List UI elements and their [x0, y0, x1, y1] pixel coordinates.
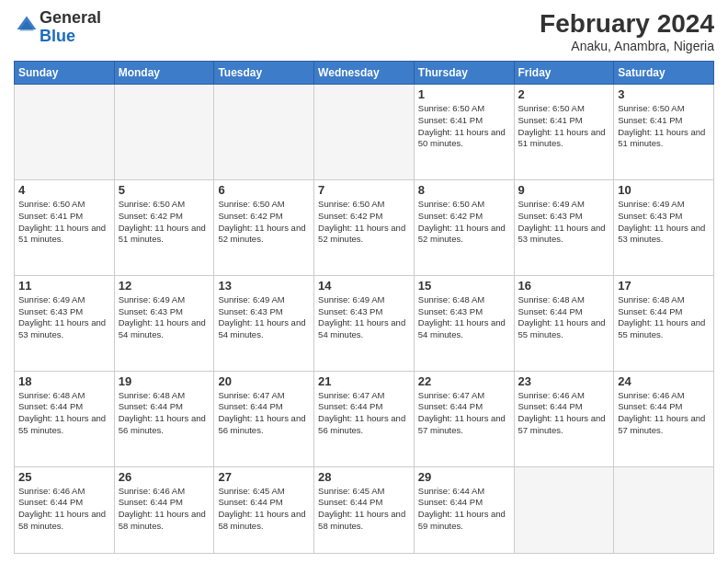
calendar-week-row: 4Sunrise: 6:50 AM Sunset: 6:41 PM Daylig…	[15, 179, 714, 275]
calendar-cell: 23Sunrise: 6:46 AM Sunset: 6:44 PM Dayli…	[514, 371, 614, 466]
day-info: Sunrise: 6:49 AM Sunset: 6:43 PM Dayligh…	[119, 294, 210, 341]
day-info: Sunrise: 6:48 AM Sunset: 6:44 PM Dayligh…	[18, 390, 110, 437]
day-info: Sunrise: 6:47 AM Sunset: 6:44 PM Dayligh…	[218, 390, 310, 437]
calendar-cell: 26Sunrise: 6:46 AM Sunset: 6:44 PM Dayli…	[114, 466, 214, 554]
day-number: 19	[119, 374, 210, 388]
calendar-cell: 14Sunrise: 6:49 AM Sunset: 6:43 PM Dayli…	[314, 275, 415, 371]
day-info: Sunrise: 6:46 AM Sunset: 6:44 PM Dayligh…	[518, 390, 610, 437]
day-number: 10	[618, 183, 710, 197]
day-number: 14	[318, 279, 410, 293]
day-number: 24	[618, 374, 710, 388]
day-info: Sunrise: 6:44 AM Sunset: 6:44 PM Dayligh…	[418, 486, 510, 533]
calendar-cell	[614, 466, 714, 554]
logo-icon	[16, 15, 38, 37]
logo-general-text: General	[40, 8, 101, 27]
calendar-cell: 20Sunrise: 6:47 AM Sunset: 6:44 PM Dayli…	[214, 371, 314, 466]
calendar-cell: 8Sunrise: 6:50 AM Sunset: 6:42 PM Daylig…	[414, 179, 514, 275]
calendar-header-monday: Monday	[114, 62, 214, 85]
day-info: Sunrise: 6:50 AM Sunset: 6:42 PM Dayligh…	[119, 199, 210, 246]
day-info: Sunrise: 6:48 AM Sunset: 6:44 PM Dayligh…	[618, 294, 710, 341]
calendar-cell: 18Sunrise: 6:48 AM Sunset: 6:44 PM Dayli…	[15, 371, 115, 466]
calendar-cell	[314, 85, 415, 180]
calendar-cell: 12Sunrise: 6:49 AM Sunset: 6:43 PM Dayli…	[114, 275, 214, 371]
calendar-cell	[214, 85, 314, 180]
calendar-cell: 16Sunrise: 6:48 AM Sunset: 6:44 PM Dayli…	[514, 275, 614, 371]
day-info: Sunrise: 6:47 AM Sunset: 6:44 PM Dayligh…	[318, 390, 410, 437]
logo: General Blue	[14, 9, 101, 46]
calendar-cell: 13Sunrise: 6:49 AM Sunset: 6:43 PM Dayli…	[214, 275, 314, 371]
day-info: Sunrise: 6:49 AM Sunset: 6:43 PM Dayligh…	[518, 199, 610, 246]
calendar-week-row: 25Sunrise: 6:46 AM Sunset: 6:44 PM Dayli…	[15, 466, 714, 554]
calendar-cell	[114, 85, 214, 180]
day-number: 27	[218, 470, 310, 484]
calendar-cell: 27Sunrise: 6:45 AM Sunset: 6:44 PM Dayli…	[214, 466, 314, 554]
location: Anaku, Anambra, Nigeria	[540, 39, 714, 53]
calendar-header-sunday: Sunday	[15, 62, 115, 85]
day-number: 20	[218, 374, 310, 388]
day-info: Sunrise: 6:50 AM Sunset: 6:42 PM Dayligh…	[318, 199, 410, 246]
calendar-cell: 17Sunrise: 6:48 AM Sunset: 6:44 PM Dayli…	[614, 275, 714, 371]
calendar-header-row: SundayMondayTuesdayWednesdayThursdayFrid…	[15, 62, 714, 85]
day-number: 22	[418, 374, 510, 388]
calendar-cell: 24Sunrise: 6:46 AM Sunset: 6:44 PM Dayli…	[614, 371, 714, 466]
calendar-header-friday: Friday	[514, 62, 614, 85]
month-year: February 2024	[540, 9, 714, 39]
calendar-cell: 15Sunrise: 6:48 AM Sunset: 6:43 PM Dayli…	[414, 275, 514, 371]
calendar-cell: 7Sunrise: 6:50 AM Sunset: 6:42 PM Daylig…	[314, 179, 415, 275]
page: General Blue February 2024 Anaku, Anambr…	[0, 0, 728, 563]
day-info: Sunrise: 6:50 AM Sunset: 6:42 PM Dayligh…	[418, 199, 510, 246]
day-number: 12	[119, 279, 210, 293]
calendar-cell: 29Sunrise: 6:44 AM Sunset: 6:44 PM Dayli…	[414, 466, 514, 554]
calendar-cell: 3Sunrise: 6:50 AM Sunset: 6:41 PM Daylig…	[614, 85, 714, 180]
day-number: 26	[119, 470, 210, 484]
day-number: 29	[418, 470, 510, 484]
day-info: Sunrise: 6:45 AM Sunset: 6:44 PM Dayligh…	[218, 486, 310, 533]
day-number: 11	[18, 279, 110, 293]
day-info: Sunrise: 6:49 AM Sunset: 6:43 PM Dayligh…	[618, 199, 710, 246]
day-number: 1	[418, 87, 510, 101]
day-info: Sunrise: 6:50 AM Sunset: 6:41 PM Dayligh…	[18, 199, 110, 246]
day-number: 18	[18, 374, 110, 388]
calendar-header-wednesday: Wednesday	[314, 62, 415, 85]
calendar-cell: 28Sunrise: 6:45 AM Sunset: 6:44 PM Dayli…	[314, 466, 415, 554]
day-number: 3	[618, 87, 710, 101]
day-number: 6	[218, 183, 310, 197]
calendar-cell: 6Sunrise: 6:50 AM Sunset: 6:42 PM Daylig…	[214, 179, 314, 275]
day-info: Sunrise: 6:49 AM Sunset: 6:43 PM Dayligh…	[318, 294, 410, 341]
day-info: Sunrise: 6:49 AM Sunset: 6:43 PM Dayligh…	[18, 294, 110, 341]
calendar-cell: 10Sunrise: 6:49 AM Sunset: 6:43 PM Dayli…	[614, 179, 714, 275]
calendar-cell: 5Sunrise: 6:50 AM Sunset: 6:42 PM Daylig…	[114, 179, 214, 275]
day-number: 15	[418, 279, 510, 293]
calendar-cell: 9Sunrise: 6:49 AM Sunset: 6:43 PM Daylig…	[514, 179, 614, 275]
day-number: 5	[119, 183, 210, 197]
day-number: 8	[418, 183, 510, 197]
calendar-cell: 11Sunrise: 6:49 AM Sunset: 6:43 PM Dayli…	[15, 275, 115, 371]
day-number: 17	[618, 279, 710, 293]
header: General Blue February 2024 Anaku, Anambr…	[14, 9, 714, 53]
calendar-header-thursday: Thursday	[414, 62, 514, 85]
day-info: Sunrise: 6:50 AM Sunset: 6:41 PM Dayligh…	[418, 103, 510, 150]
day-info: Sunrise: 6:46 AM Sunset: 6:44 PM Dayligh…	[618, 390, 710, 437]
day-info: Sunrise: 6:45 AM Sunset: 6:44 PM Dayligh…	[318, 486, 410, 533]
day-number: 9	[518, 183, 610, 197]
calendar-cell: 2Sunrise: 6:50 AM Sunset: 6:41 PM Daylig…	[514, 85, 614, 180]
calendar-cell: 21Sunrise: 6:47 AM Sunset: 6:44 PM Dayli…	[314, 371, 415, 466]
day-number: 21	[318, 374, 410, 388]
calendar-week-row: 1Sunrise: 6:50 AM Sunset: 6:41 PM Daylig…	[15, 85, 714, 180]
day-number: 2	[518, 87, 610, 101]
calendar-week-row: 11Sunrise: 6:49 AM Sunset: 6:43 PM Dayli…	[15, 275, 714, 371]
day-info: Sunrise: 6:48 AM Sunset: 6:44 PM Dayligh…	[518, 294, 610, 341]
calendar-cell: 22Sunrise: 6:47 AM Sunset: 6:44 PM Dayli…	[414, 371, 514, 466]
calendar-cell: 4Sunrise: 6:50 AM Sunset: 6:41 PM Daylig…	[15, 179, 115, 275]
day-info: Sunrise: 6:48 AM Sunset: 6:44 PM Dayligh…	[119, 390, 210, 437]
day-number: 16	[518, 279, 610, 293]
day-info: Sunrise: 6:47 AM Sunset: 6:44 PM Dayligh…	[418, 390, 510, 437]
day-number: 13	[218, 279, 310, 293]
day-number: 4	[18, 183, 110, 197]
day-number: 25	[18, 470, 110, 484]
day-number: 28	[318, 470, 410, 484]
day-info: Sunrise: 6:50 AM Sunset: 6:41 PM Dayligh…	[518, 103, 610, 150]
calendar-cell	[15, 85, 115, 180]
logo-blue-text: Blue	[40, 27, 75, 45]
day-number: 23	[518, 374, 610, 388]
